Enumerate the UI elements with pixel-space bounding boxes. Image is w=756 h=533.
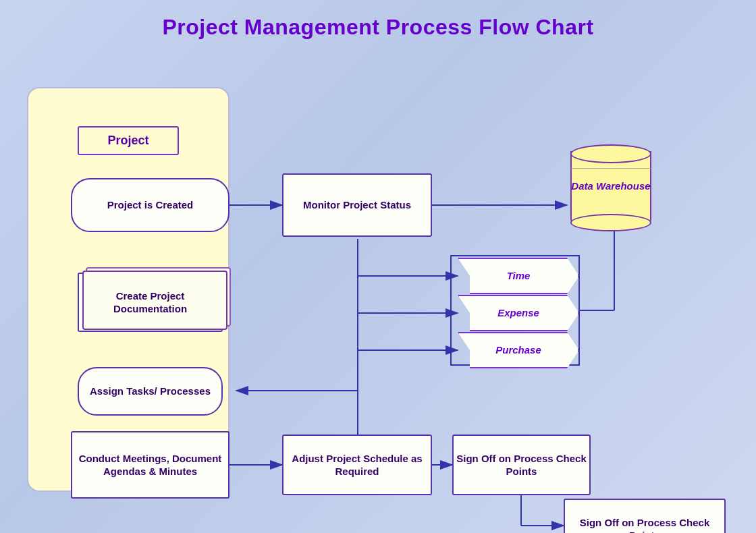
swimlane-title: Project — [78, 126, 179, 155]
purchase-node: Purchase — [458, 332, 579, 368]
page-title: Project Management Process Flow Chart — [0, 0, 756, 47]
sign-off-2-node: Sign Off on Process Check Points — [564, 499, 726, 533]
time-node: Time — [458, 258, 579, 294]
assign-tasks-node: Assign Tasks/ Processes — [78, 367, 223, 416]
create-docs-node: Create Project Documentation — [78, 273, 223, 332]
adjust-schedule-node: Adjust Project Schedule as Required — [282, 434, 432, 495]
diagram-area: Project Project is Created Create Projec… — [7, 47, 749, 532]
sign-off-1-node: Sign Off on Process Check Points — [452, 434, 591, 495]
data-warehouse-label: Data Warehouse — [567, 179, 655, 193]
project-created-node: Project is Created — [71, 178, 230, 232]
monitor-status-node: Monitor Project Status — [282, 173, 432, 237]
data-warehouse-cylinder: Data Warehouse — [567, 144, 655, 242]
conduct-meetings-node: Conduct Meetings, Document Agendas & Min… — [71, 431, 230, 499]
expense-node: Expense — [458, 295, 579, 331]
